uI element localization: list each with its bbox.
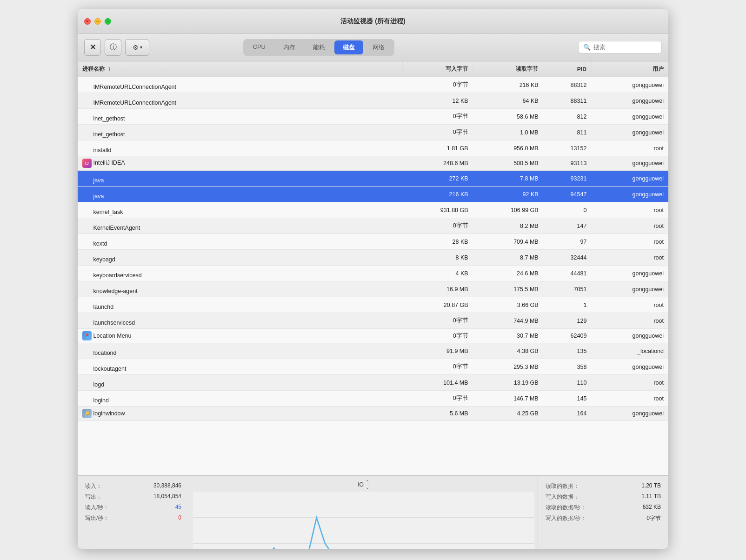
table-row[interactable]: locationd91.9 MB4.38 GB135_locationd [78, 343, 668, 359]
pid: 164 [543, 407, 592, 421]
loginwindow-icon: 🔑 [82, 409, 92, 418]
table-row[interactable]: IMRemoteURLConnectionAgent0字节216 KB88312… [78, 77, 668, 93]
no-icon [82, 80, 92, 89]
table-row[interactable]: launchd20.87 GB3.66 GB1root [78, 297, 668, 313]
tab-disk[interactable]: 磁盘 [334, 40, 363, 54]
user: root [591, 218, 668, 234]
process-name: loginwindow [93, 410, 125, 417]
table-row[interactable]: java216 KB92 KB94547gongguowei [78, 187, 668, 202]
process-name: IMRemoteURLConnectionAgent [93, 100, 176, 106]
pid: 93113 [543, 156, 592, 171]
table-row[interactable]: keybagd8 KB8.7 MB32444root [78, 250, 668, 266]
write-speed-label: 写入的数据/秒： [546, 514, 586, 522]
write-bytes: 0字节 [403, 109, 473, 125]
user: gongguowei [591, 281, 668, 297]
write-bytes: 248.6 MB [403, 156, 473, 171]
process-list: IMRemoteURLConnectionAgent0字节216 KB88312… [78, 77, 668, 421]
read-bytes: 4.25 GB [473, 407, 543, 421]
read-bytes: 8.7 MB [473, 250, 543, 266]
table-row[interactable]: inet_gethost0字节58.6 MB812gongguowei [78, 109, 668, 125]
table-row[interactable]: kextd28 KB709.4 MB97root [78, 234, 668, 250]
user: root [591, 140, 668, 156]
io-chart: IO ⌃⌄ [189, 476, 538, 549]
process-name: keyboardservicesd [93, 272, 141, 279]
col-header-user[interactable]: 用户 [591, 61, 668, 77]
table-row[interactable]: KernelEventAgent0字节8.2 MB147root [78, 218, 668, 234]
table-row[interactable]: logind0字节146.7 MB145root [78, 391, 668, 407]
info-icon: ⓘ [110, 43, 117, 52]
pid: 44481 [543, 266, 592, 281]
write-per-sec-label: 写出/秒： [85, 514, 109, 522]
pid: 32444 [543, 250, 592, 266]
user: root [591, 297, 668, 313]
user: gongguowei [591, 171, 668, 187]
read-speed-label: 读取的数据/秒： [546, 504, 586, 512]
write-data-value: 1.11 TB [641, 493, 661, 501]
process-name: launchservicesd [93, 320, 135, 326]
table-row[interactable]: IMRemoteURLConnectionAgent12 KB64 KB8831… [78, 93, 668, 109]
write-bytes: 20.87 GB [403, 297, 473, 313]
col-header-name[interactable]: 进程名称 ↑ [78, 61, 403, 77]
table-row[interactable]: logd101.4 MB13.19 GB110root [78, 375, 668, 391]
user: root [591, 202, 668, 218]
col-header-pid[interactable]: PID [543, 61, 592, 77]
col-header-read[interactable]: 读取字节 [473, 61, 543, 77]
pid: 94547 [543, 187, 592, 202]
read-in-label: 读入： [85, 482, 102, 490]
read-bytes: 146.7 MB [473, 391, 543, 407]
table-row[interactable]: lockoutagent0字节295.3 MB358gongguowei [78, 359, 668, 375]
read-bytes: 106.99 GB [473, 202, 543, 218]
no-icon [82, 268, 92, 277]
pid: 88312 [543, 77, 592, 93]
gear-button[interactable]: ⚙ ▾ [125, 39, 149, 56]
chevron-updown-icon: ⌃⌄ [366, 480, 369, 490]
process-name: locationd [93, 350, 116, 356]
tab-energy[interactable]: 能耗 [305, 40, 333, 54]
stat-read-in: 读入： 30,388,846 [85, 482, 181, 490]
write-bytes: 0字节 [403, 313, 473, 329]
table-row[interactable]: java272 KB7.8 MB93231gongguowei [78, 171, 668, 187]
intellij-icon: IJ [82, 159, 92, 168]
info-button[interactable]: ⓘ [105, 39, 121, 56]
read-bytes: 216 KB [473, 77, 543, 93]
no-icon [82, 189, 92, 198]
read-per-sec-label: 读入/秒： [85, 504, 109, 512]
table-row[interactable]: kernel_task931.88 GB106.99 GB0root [78, 202, 668, 218]
write-out-value: 18,054,854 [153, 493, 181, 501]
process-name: kextd [93, 240, 107, 247]
col-header-write[interactable]: 写入字节 [403, 61, 473, 77]
table-row[interactable]: launchservicesd0字节744.9 MB129root [78, 313, 668, 329]
read-bytes: 956.0 MB [473, 140, 543, 156]
tab-cpu[interactable]: CPU [245, 40, 274, 54]
search-input[interactable] [593, 44, 649, 51]
tab-network[interactable]: 网络 [364, 40, 393, 54]
pid: 147 [543, 218, 592, 234]
table-row[interactable]: inet_gethost0字节1.0 MB811gongguowei [78, 125, 668, 140]
read-bytes: 8.2 MB [473, 218, 543, 234]
table-row[interactable]: installd1.81 GB956.0 MB13152root [78, 140, 668, 156]
user: root [591, 375, 668, 391]
close-process-button[interactable]: ✕ [84, 39, 101, 56]
pid: 1 [543, 297, 592, 313]
table-row[interactable]: knowledge-agent16.9 MB175.5 MB7051gonggu… [78, 281, 668, 297]
minimize-button[interactable]: – [94, 18, 101, 25]
pid: 13152 [543, 140, 592, 156]
user: gongguowei [591, 359, 668, 375]
write-bytes: 0字节 [403, 359, 473, 375]
write-bytes: 101.4 MB [403, 375, 473, 391]
user: root [591, 313, 668, 329]
write-bytes: 0字节 [403, 77, 473, 93]
process-name: inet_gethost [93, 115, 125, 122]
table-row[interactable]: 📍 Location Menu0字节30.7 MB62409gongguowei [78, 329, 668, 343]
table-row[interactable]: IJ IntelliJ IDEA248.6 MB500.5 MB93113gon… [78, 156, 668, 171]
tab-memory[interactable]: 内存 [275, 40, 304, 54]
svg-rect-0 [193, 492, 534, 549]
user: gongguowei [591, 77, 668, 93]
close-button[interactable]: ✕ [84, 18, 91, 25]
process-table-container: 进程名称 ↑ 写入字节 读取字节 PID 用户 IMRemoteURLConne… [78, 61, 668, 475]
table-row[interactable]: 🔑 loginwindow5.6 MB4.25 GB164gongguowei [78, 407, 668, 421]
table-row[interactable]: keyboardservicesd4 KB24.6 MB44481gongguo… [78, 266, 668, 281]
read-bytes: 30.7 MB [473, 329, 543, 343]
maximize-button[interactable]: + [105, 18, 111, 25]
tab-group: CPU 内存 能耗 磁盘 网络 [243, 39, 394, 56]
